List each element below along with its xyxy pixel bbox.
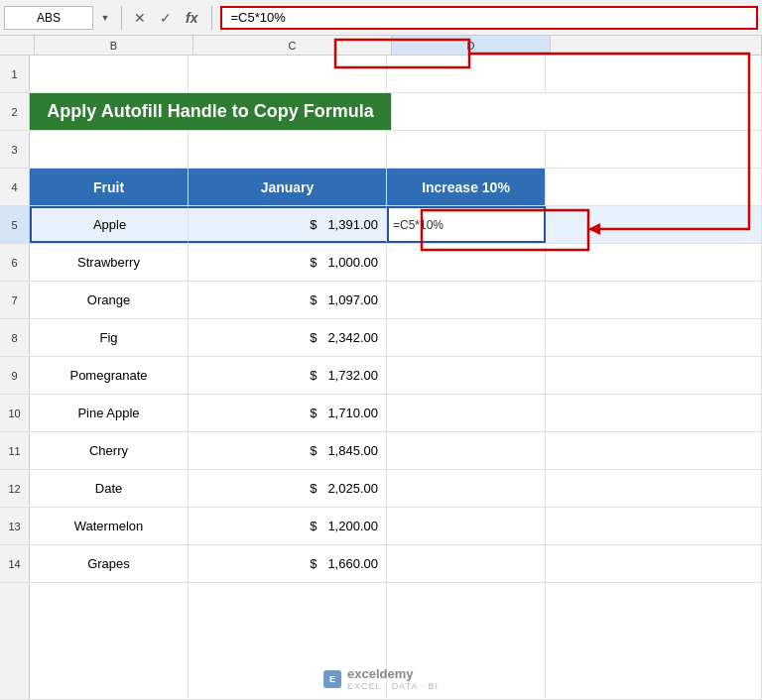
cell-b14[interactable]: Grapes	[30, 545, 189, 582]
watermark-name: exceldemy	[347, 666, 439, 682]
row-4: 4 Fruit January Increase 10%	[0, 169, 762, 206]
cell-b8[interactable]: Fig	[30, 319, 189, 356]
fx-label: fx	[180, 10, 203, 26]
cell-b13[interactable]: Watermelon	[30, 508, 189, 544]
cell-d6[interactable]	[387, 244, 546, 281]
name-box[interactable]: ABS	[4, 6, 93, 30]
cell-d3[interactable]	[387, 131, 546, 168]
header-fruit: Fruit	[30, 169, 189, 205]
cell-d13[interactable]	[387, 508, 546, 544]
cell-d11[interactable]	[387, 432, 546, 469]
watermark-icon: E	[323, 670, 341, 688]
row-14: 14 Grapes $ 1,660.00	[0, 545, 762, 583]
cell-c13[interactable]: $ 1,200.00	[189, 508, 387, 544]
cell-b-empty	[30, 583, 189, 699]
col-header-extra	[551, 36, 762, 55]
row-num-3: 3	[0, 131, 30, 168]
cancel-icon[interactable]: ✕	[130, 8, 150, 28]
cell-extra-14	[546, 545, 762, 582]
cell-extra-5	[546, 206, 762, 243]
row-num-2: 2	[0, 93, 30, 130]
cell-d14[interactable]	[387, 545, 546, 582]
cell-d10[interactable]	[387, 395, 546, 431]
formula-text: =C5*10%	[230, 10, 285, 25]
cell-b7[interactable]: Orange	[30, 282, 189, 318]
row-num-9: 9	[0, 357, 30, 394]
corner-cell	[0, 36, 35, 55]
cell-b1[interactable]	[30, 56, 189, 92]
cell-c8[interactable]: $ 2,342.00	[189, 319, 387, 356]
cell-extra-2	[392, 93, 762, 130]
cell-c14[interactable]: $ 1,660.00	[189, 545, 387, 582]
cell-extra-4	[546, 169, 762, 205]
formula-input-area[interactable]: =C5*10%	[220, 6, 758, 30]
cell-b5[interactable]: Apple	[30, 206, 189, 243]
row-13: 13 Watermelon $ 1,200.00	[0, 508, 762, 545]
cell-c5[interactable]: $ 1,391.00	[189, 206, 387, 243]
column-headers: B C D	[0, 36, 762, 56]
row-num-5: 5	[0, 206, 30, 243]
cell-b11[interactable]: Cherry	[30, 432, 189, 469]
cell-c10[interactable]: $ 1,710.00	[189, 395, 387, 431]
cell-extra-6	[546, 244, 762, 281]
row-num-6: 6	[0, 244, 30, 281]
cell-c1[interactable]	[189, 56, 387, 92]
cell-d7[interactable]	[387, 282, 546, 318]
cell-extra-3	[546, 131, 762, 168]
cell-extra-13	[546, 508, 762, 544]
cell-b9[interactable]: Pomegranate	[30, 357, 189, 394]
row-2: 2 Apply Autofill Handle to Copy Formula	[0, 93, 762, 131]
grid-body: 1 2 Apply Autofill Handle to Copy Formul…	[0, 56, 762, 700]
row-num-13: 13	[0, 508, 30, 544]
row-3: 3	[0, 131, 762, 169]
row-11: 11 Cherry $ 1,845.00	[0, 432, 762, 470]
cell-extra-11	[546, 432, 762, 469]
cell-c3[interactable]	[189, 131, 387, 168]
cell-extra-10	[546, 395, 762, 431]
row-num-12: 12	[0, 470, 30, 507]
col-header-d[interactable]: D	[392, 36, 551, 55]
cell-extra-1	[546, 56, 762, 92]
row-num-10: 10	[0, 395, 30, 431]
formula-bar-divider	[121, 6, 122, 30]
cell-d12[interactable]	[387, 470, 546, 507]
row-10: 10 Pine Apple $ 1,710.00	[0, 395, 762, 432]
col-header-b[interactable]: B	[35, 36, 193, 55]
row-num-14: 14	[0, 545, 30, 582]
cell-d9[interactable]	[387, 357, 546, 394]
spreadsheet: B C D 1 2 Apply Autofill Handle to Copy …	[0, 36, 762, 700]
cell-c6[interactable]: $ 1,000.00	[189, 244, 387, 281]
cell-b3[interactable]	[30, 131, 189, 168]
cell-c9[interactable]: $ 1,732.00	[189, 357, 387, 394]
cell-extra-7	[546, 282, 762, 318]
cell-c12[interactable]: $ 2,025.00	[189, 470, 387, 507]
cell-c7[interactable]: $ 1,097.00	[189, 282, 387, 318]
confirm-icon[interactable]: ✓	[156, 8, 176, 28]
title-cell: Apply Autofill Handle to Copy Formula	[30, 93, 392, 130]
name-box-dropdown[interactable]: ▼	[97, 6, 113, 30]
watermark-text: exceldemy EXCEL · DATA · BI	[347, 666, 439, 692]
cell-extra-9	[546, 357, 762, 394]
cell-b6[interactable]: Strawberry	[30, 244, 189, 281]
row-num-empty	[0, 583, 30, 699]
row-num-4: 4	[0, 169, 30, 205]
cell-extra-empty	[546, 583, 762, 699]
cell-extra-8	[546, 319, 762, 356]
cell-extra-12	[546, 470, 762, 507]
cell-d5[interactable]: =C5*10%	[387, 206, 546, 243]
formula-bar-icons: ✕ ✓	[130, 8, 176, 28]
cell-d8[interactable]	[387, 319, 546, 356]
row-1: 1	[0, 56, 762, 93]
row-7: 7 Orange $ 1,097.00	[0, 282, 762, 319]
cell-b12[interactable]: Date	[30, 470, 189, 507]
row-num-11: 11	[0, 432, 30, 469]
formula-bar-divider2	[211, 6, 212, 30]
row-5: 5 Apple $ 1,391.00 =C5*10%	[0, 206, 762, 244]
row-12: 12 Date $ 2,025.00	[0, 470, 762, 508]
cell-b10[interactable]: Pine Apple	[30, 395, 189, 431]
col-header-c[interactable]: C	[193, 36, 392, 55]
watermark-sub: EXCEL · DATA · BI	[347, 681, 439, 692]
cell-c11[interactable]: $ 1,845.00	[189, 432, 387, 469]
row-6: 6 Strawberry $ 1,000.00	[0, 244, 762, 282]
cell-d1[interactable]	[387, 56, 546, 92]
